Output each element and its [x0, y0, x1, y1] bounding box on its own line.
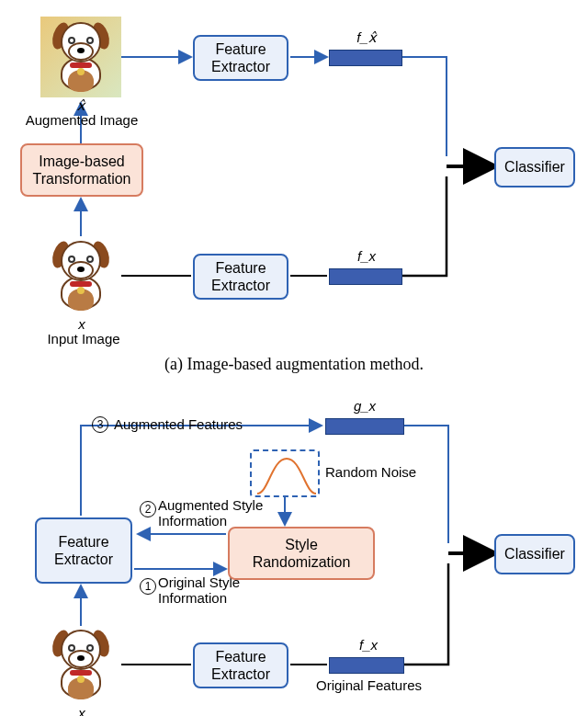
panel-a: x̂ Augmented Image Image-based Transform… [0, 0, 588, 349]
input-image-symbol-a: x [75, 316, 88, 332]
augmented-image-label: Augmented Image [20, 112, 143, 128]
feature-orig-symbol-a: f_x [355, 248, 379, 264]
step-2-label: Augmented Style Information [158, 497, 263, 529]
feature-bar-orig-b [329, 657, 404, 674]
input-image-b [40, 624, 121, 705]
input-image-label-a: Input Image [42, 331, 125, 347]
step-1-label: Original Style Information [158, 574, 240, 607]
step-3-circle: 3 [92, 416, 108, 433]
feature-orig-symbol-b: f_x [356, 637, 380, 653]
feature-bar-orig-a [329, 268, 402, 285]
augmented-image-symbol: x̂ [72, 97, 90, 113]
panel-b: 3 Augmented Features 2 Augmented Style I… [0, 389, 588, 716]
input-image-symbol-b: x [75, 705, 88, 716]
feature-extractor-top-a: Feature Extractor [193, 35, 288, 81]
step-3-label: Augmented Features [114, 416, 243, 432]
figure-root: x̂ Augmented Image Image-based Transform… [0, 0, 588, 716]
feature-extractor-bottom-a: Feature Extractor [193, 254, 288, 300]
random-noise-label: Random Noise [325, 464, 416, 480]
image-transformation-box: Image-based Transformation [20, 143, 143, 197]
step-1-circle: 1 [140, 578, 156, 595]
classifier-box-b: Classifier [494, 534, 575, 574]
panel-a-caption: (a) Image-based augmentation method. [0, 349, 588, 389]
random-noise-box [250, 449, 320, 497]
step-2-circle: 2 [140, 501, 156, 517]
feature-bar-aug-b [325, 418, 404, 435]
input-image-a [40, 235, 121, 316]
feature-extractor-bottom-b: Feature Extractor [193, 642, 288, 688]
classifier-box-a: Classifier [494, 147, 575, 188]
feature-bar-aug-a [329, 50, 402, 66]
original-features-label: Original Features [316, 677, 422, 693]
augmented-image [40, 17, 121, 97]
style-randomization-box: Style Randomization [228, 527, 375, 580]
feature-aug-symbol-a: f_x̂ [355, 29, 379, 45]
feature-extractor-left-b: Feature Extractor [35, 517, 132, 584]
feature-aug-symbol-b: g_x [353, 398, 377, 414]
